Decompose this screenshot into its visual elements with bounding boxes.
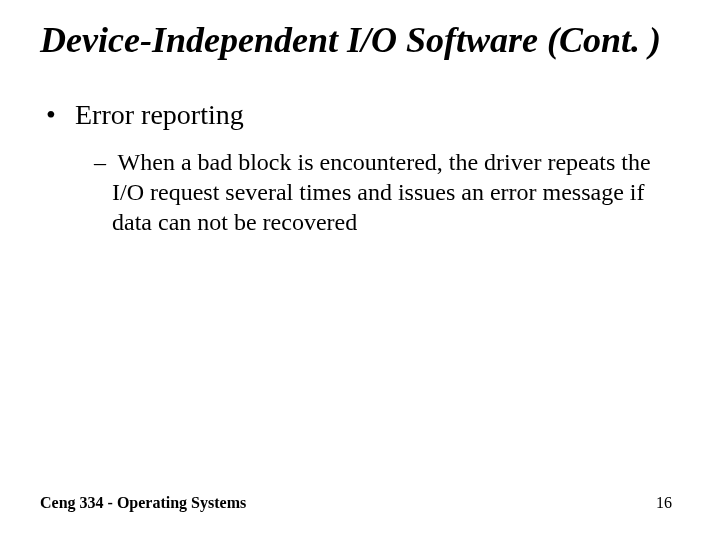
sub-bullet-item: When a bad block is encountered, the dri… — [94, 147, 674, 237]
bullet-item: Error reporting — [46, 99, 680, 131]
slide-title: Device-Independent I/O Software (Cont. ) — [40, 20, 680, 61]
sub-bullet-text: When a bad block is encountered, the dri… — [112, 149, 651, 235]
footer-course: Ceng 334 - Operating Systems — [40, 494, 246, 512]
slide: Device-Independent I/O Software (Cont. )… — [0, 0, 720, 540]
bullet-text: Error reporting — [75, 99, 244, 130]
footer-page-number: 16 — [656, 494, 672, 512]
